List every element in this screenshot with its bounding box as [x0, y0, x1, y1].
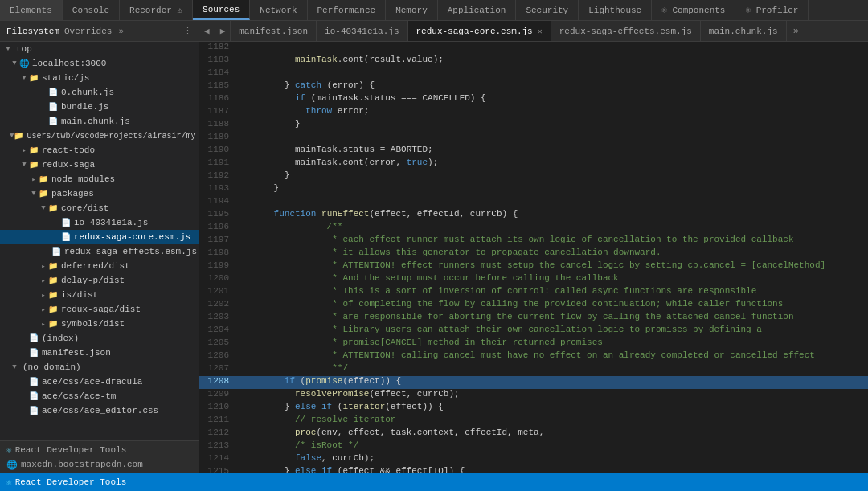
- line-number: 1199: [199, 260, 235, 273]
- elements-label: Elements: [10, 6, 52, 15]
- tree-item-deferredist[interactable]: ▸ 📁 deferred/dist: [0, 259, 199, 273]
- tree-label: core/dist: [61, 203, 108, 213]
- tab-console[interactable]: Console: [63, 0, 120, 20]
- close-tab-icon[interactable]: ✕: [538, 27, 542, 36]
- line-number: 1198: [199, 248, 235, 260]
- line-number: 1188: [199, 119, 235, 132]
- line-content: * ATTENTION! effect runners must setup t…: [235, 260, 868, 273]
- back-button[interactable]: ◀: [199, 21, 215, 41]
- line-number: 1209: [199, 389, 235, 402]
- tree-item-manifestjson[interactable]: 📄 manifest.json: [0, 346, 199, 360]
- tree-item-nodemodules[interactable]: ▸ 📁 node_modules: [0, 172, 199, 186]
- arrow-icon: ▸: [29, 175, 39, 184]
- line-content: }: [235, 183, 868, 196]
- security-label: Security: [526, 6, 568, 15]
- line-number: 1214: [199, 453, 235, 466]
- tree-item-nodomain[interactable]: ▼ (no domain): [0, 360, 199, 374]
- line-number: 1215: [199, 466, 235, 473]
- line-content: * promise[CANCEL] method in their return…: [235, 338, 868, 350]
- tree-item-mainchunkjs[interactable]: 📄 main.chunk.js: [0, 114, 199, 129]
- line-content: /**: [235, 222, 868, 235]
- components-label: ⚛ Components: [661, 5, 725, 15]
- file-tab-reduxsagaeffects[interactable]: redux-saga-effects.esm.js: [551, 21, 701, 41]
- file-tab-manifest[interactable]: manifest.json: [231, 21, 317, 41]
- tree-item-top[interactable]: ▼ top: [0, 42, 199, 56]
- line-content: mainTask.status = ABORTED;: [235, 145, 868, 158]
- tree-item-reacttodo[interactable]: ▸ 📁 react-todo: [0, 143, 199, 158]
- line-content: false, currCb);: [235, 453, 868, 466]
- line-number: 1190: [199, 145, 235, 158]
- tab-elements[interactable]: Elements: [0, 0, 63, 20]
- more-tabs-icon[interactable]: »: [118, 27, 124, 36]
- tree-item-reduxsagadist[interactable]: ▸ 📁 redux-saga/dist: [0, 302, 199, 317]
- tree-label: Users/twb/VscodeProjects/airasir/my: [27, 132, 195, 141]
- line-number: 1187: [199, 106, 235, 119]
- tree-item-packages[interactable]: ▼ 📁 packages: [0, 186, 199, 201]
- line-content: * it allows this generator to propagate …: [235, 248, 868, 260]
- tab-memory[interactable]: Memory: [386, 0, 438, 20]
- tree-item-acedracula[interactable]: 📄 ace/css/ace-dracula: [0, 374, 199, 389]
- main-layout: Filesystem Overrides » ⋮ ▼ top ▼ 🌐 local…: [0, 21, 868, 473]
- code-area[interactable]: 11821183 mainTask.cont(result.value);118…: [199, 42, 868, 473]
- tab-recorder[interactable]: Recorder ⚠: [120, 0, 193, 20]
- sidebar-bottom-react[interactable]: ⚛ React Developer Tools: [3, 443, 195, 457]
- file-tab-label: manifest.json: [239, 27, 308, 36]
- tree-label: packages: [51, 189, 94, 198]
- tree-item-localhost[interactable]: ▼ 🌐 localhost:3000: [0, 56, 199, 71]
- tree-item-staticjs[interactable]: ▼ 📁 static/js: [0, 71, 199, 85]
- line-content: [235, 196, 868, 209]
- sidebar-bottom: ⚛ React Developer Tools 🌐 maxcdn.bootstr…: [0, 440, 199, 473]
- filesystem-tab[interactable]: Filesystem: [6, 27, 59, 36]
- tree-item-symbolsdist[interactable]: ▸ 📁 symbols/dist: [0, 317, 199, 331]
- tree-item-isdist[interactable]: ▸ 📁 is/dist: [0, 288, 199, 302]
- arrow-icon: ▼: [3, 45, 13, 53]
- arrow-icon: ▸: [39, 320, 48, 329]
- line-number: 1186: [199, 93, 235, 106]
- tree-item-reduxsaga[interactable]: ▼ 📁 redux-saga: [0, 158, 199, 172]
- tree-item-bundlejs[interactable]: 📄 bundle.js: [0, 100, 199, 114]
- sidebar-menu-icon[interactable]: ⋮: [183, 26, 192, 36]
- file-icon: 📄: [29, 377, 39, 387]
- tree-item-index[interactable]: 📄 (index): [0, 331, 199, 346]
- tree-item-reduxsagaeffects[interactable]: 📄 redux-saga-effects.esm.js: [0, 244, 199, 259]
- tree-item-io40341e1a[interactable]: 📄 io-40341e1a.js: [0, 215, 199, 230]
- status-bar: ⚛ React Developer Tools: [0, 473, 868, 491]
- tab-sources[interactable]: Sources: [193, 0, 250, 20]
- arrow-icon: ▼: [19, 74, 29, 82]
- line-number: 1200: [199, 273, 235, 286]
- tree-label: delay-p/dist: [61, 276, 125, 285]
- file-tab-label: io-40341e1a.js: [325, 27, 399, 36]
- file-tab-mainchunk[interactable]: main.chunk.js: [701, 21, 787, 41]
- more-tabs-button[interactable]: »: [787, 21, 805, 41]
- tab-application[interactable]: Application: [438, 0, 517, 20]
- tree-item-coredist[interactable]: ▼ 📁 core/dist: [0, 201, 199, 215]
- line-content: * of completing the flow by calling the …: [235, 299, 868, 312]
- tab-lighthouse[interactable]: Lighthouse: [579, 0, 652, 20]
- lighthouse-label: Lighthouse: [588, 6, 641, 15]
- react-label: React Developer Tools: [15, 445, 127, 455]
- tree-item-delaypdist[interactable]: ▸ 📁 delay-p/dist: [0, 273, 199, 288]
- file-tab-reduxsagacore[interactable]: redux-saga-core.esm.js ✕: [408, 21, 551, 41]
- tree-label: localhost:3000: [32, 59, 106, 68]
- arrow-icon: ▸: [39, 291, 48, 300]
- file-tab-io40341[interactable]: io-40341e1a.js: [317, 21, 407, 41]
- tab-performance[interactable]: Performance: [308, 0, 387, 20]
- overrides-tab[interactable]: Overrides: [64, 27, 112, 36]
- line-content: function runEffect(effect, effectId, cur…: [235, 209, 868, 222]
- tab-security[interactable]: Security: [516, 0, 579, 20]
- sources-label: Sources: [203, 5, 240, 14]
- tree-item-users[interactable]: ▼ 📁 Users/twb/VscodeProjects/airasir/my: [0, 129, 199, 143]
- tree-item-acetm[interactable]: 📄 ace/css/ace-tm: [0, 389, 199, 403]
- arrow-icon: ▼: [10, 363, 19, 371]
- tab-components[interactable]: ⚛ Components: [652, 0, 735, 20]
- arrow-icon: ▼: [10, 59, 19, 68]
- tree-item-0chunkjs[interactable]: 📄 0.chunk.js: [0, 85, 199, 100]
- tab-profiler[interactable]: ⚛ Profiler: [735, 0, 809, 20]
- tree-item-reduxsagacore[interactable]: 📄 redux-saga-core.esm.js: [0, 230, 199, 244]
- tree-item-aceeditor[interactable]: 📄 ace/css/ace_editor.css: [0, 403, 199, 418]
- globe-icon: 🌐: [6, 460, 18, 470]
- tree-label: bundle.js: [61, 102, 108, 112]
- tab-network[interactable]: Network: [250, 0, 307, 20]
- sidebar-bottom-maxcdn[interactable]: 🌐 maxcdn.bootstrapcdn.com: [3, 457, 195, 472]
- forward-button[interactable]: ▶: [215, 21, 231, 41]
